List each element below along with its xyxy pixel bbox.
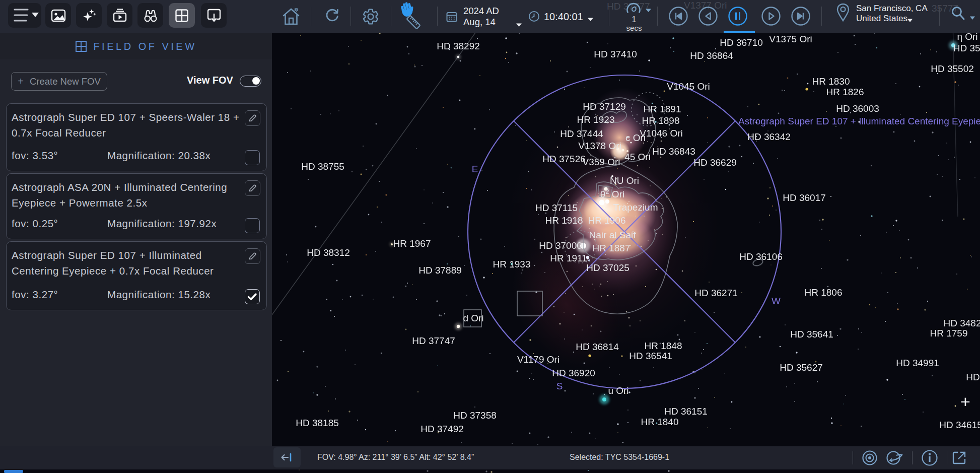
svg-text:V1179 Ori: V1179 Ori	[517, 354, 559, 365]
svg-text:HD 37410: HD 37410	[594, 49, 637, 59]
svg-text:HR 1826: HR 1826	[826, 87, 864, 97]
svg-text:HD 36843: HD 36843	[652, 146, 695, 157]
svg-text:θ2 Ori: θ2 Ori	[600, 188, 624, 199]
svg-text:HD 36710: HD 36710	[720, 37, 763, 48]
svg-text:HD 37129: HD 37129	[583, 101, 626, 112]
svg-text:HR 1911: HR 1911	[550, 253, 587, 263]
svg-text:u Ori: u Ori	[608, 385, 628, 396]
svg-text:d Ori: d Ori	[463, 313, 483, 323]
svg-text:HD 38185: HD 38185	[296, 418, 339, 428]
svg-text:S: S	[556, 381, 563, 391]
svg-text:HD 37526: HD 37526	[542, 154, 586, 164]
svg-text:HD 38312: HD 38312	[307, 247, 350, 258]
svg-text:HD 37889: HD 37889	[418, 265, 462, 276]
svg-text:HR 1906: HR 1906	[588, 215, 626, 226]
svg-text:HR 1967: HR 1967	[393, 238, 431, 249]
svg-text:NU Ori: NU Ori	[610, 175, 639, 186]
svg-text:V1375 Ori: V1375 Ori	[769, 34, 812, 44]
svg-text:HD 36003: HD 36003	[836, 103, 879, 114]
svg-text:HD 36151: HD 36151	[664, 406, 708, 417]
svg-text:HR 1840: HR 1840	[641, 417, 679, 427]
svg-text:HR 1830: HR 1830	[812, 76, 850, 87]
svg-text:HD 3: HD 3	[966, 372, 980, 382]
svg-text:HD 35627: HD 35627	[780, 362, 823, 373]
svg-text:45 Ori: 45 Ori	[624, 152, 651, 162]
svg-text:HR 1933: HR 1933	[493, 259, 531, 269]
svg-text:HD 37025: HD 37025	[586, 262, 629, 273]
svg-text:+: +	[960, 392, 970, 411]
svg-text:HR 1887: HR 1887	[593, 243, 631, 253]
svg-text:HD 34991: HD 34991	[896, 358, 939, 368]
svg-text:HR 1848: HR 1848	[645, 341, 682, 351]
svg-text:W: W	[772, 296, 781, 306]
svg-text:HD 36814: HD 36814	[576, 342, 619, 352]
svg-text:V1046 Ori: V1046 Ori	[640, 128, 683, 139]
svg-text:HD 36629: HD 36629	[693, 157, 737, 168]
svg-text:HR 1759: HR 1759	[930, 328, 968, 339]
svg-text:Nair al Saif: Nair al Saif	[589, 230, 637, 240]
svg-text:HR 1898: HR 1898	[642, 115, 680, 126]
svg-text:HR 1923: HR 1923	[577, 114, 615, 125]
svg-text:HD 37444: HD 37444	[560, 128, 603, 139]
svg-text:HD 36106: HD 36106	[739, 251, 783, 262]
svg-text:HD 37115: HD 37115	[535, 202, 578, 213]
svg-text:c Ori: c Ori	[625, 132, 646, 143]
svg-text:HD 35641: HD 35641	[790, 329, 833, 340]
svg-text:HR 1806: HR 1806	[805, 287, 843, 298]
svg-text:HD 36541: HD 36541	[629, 351, 672, 361]
svg-text:HD 3482: HD 3482	[944, 318, 980, 328]
svg-text:HD 37747: HD 37747	[412, 335, 455, 346]
svg-text:HD 34615: HD 34615	[939, 420, 980, 430]
svg-text:HD 36920: HD 36920	[552, 368, 595, 378]
svg-text:Astrograph Super ED 107 + Illu: Astrograph Super ED 107 + Illuminated Ce…	[738, 116, 980, 126]
svg-text:HD 37358: HD 37358	[453, 410, 497, 421]
svg-text:HD 37000: HD 37000	[539, 240, 582, 251]
svg-text:HD 38755: HD 38755	[301, 161, 344, 172]
svg-text:E: E	[472, 164, 478, 174]
svg-text:HD 38292: HD 38292	[437, 41, 480, 51]
svg-text:HD 354: HD 354	[953, 43, 980, 53]
svg-text:HD 35502: HD 35502	[931, 63, 974, 74]
svg-text:HD 37492: HD 37492	[421, 424, 464, 434]
svg-text:V1045 Ori: V1045 Ori	[667, 81, 710, 92]
svg-text:HD 36017: HD 36017	[783, 192, 826, 203]
svg-text:V359 Ori: V359 Ori	[583, 157, 620, 167]
svg-text:HR 1918: HR 1918	[545, 215, 583, 226]
svg-text:Trapezium: Trapezium	[613, 202, 658, 213]
svg-text:HD 36271: HD 36271	[694, 288, 738, 298]
svg-text:HD 36342: HD 36342	[747, 131, 791, 142]
svg-text:HR 1891: HR 1891	[644, 104, 681, 114]
svg-text:V1378 Ori: V1378 Ori	[578, 141, 621, 151]
svg-text:HD 36864: HD 36864	[690, 50, 733, 61]
